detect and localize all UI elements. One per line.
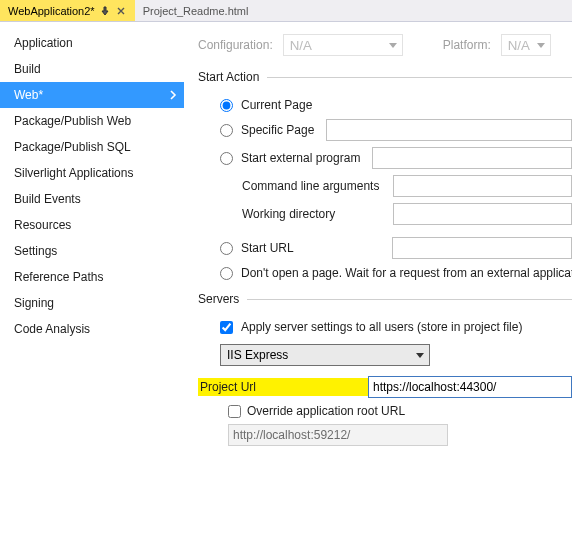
label-apply-all: Apply server settings to all users (stor…	[241, 320, 522, 334]
platform-select[interactable]: N/A	[501, 34, 551, 56]
property-pages-sidebar: Application Build Web* Package/Publish W…	[0, 22, 184, 533]
label-cmd-args: Command line arguments	[242, 179, 385, 193]
sidebar-item-signing[interactable]: Signing	[0, 290, 184, 316]
sidebar-item-application[interactable]: Application	[0, 30, 184, 56]
input-start-external[interactable]	[372, 147, 572, 169]
label-specific-page: Specific Page	[241, 123, 314, 137]
label-working-dir: Working directory	[242, 207, 385, 221]
configuration-row: Configuration: N/A Platform: N/A	[198, 34, 572, 56]
sidebar-item-build[interactable]: Build	[0, 56, 184, 82]
tab-label: Project_Readme.html	[143, 5, 249, 17]
label-start-url: Start URL	[241, 241, 294, 255]
platform-label: Platform:	[443, 38, 491, 52]
sidebar-item-settings[interactable]: Settings	[0, 238, 184, 264]
checkbox-override-root[interactable]	[228, 405, 241, 418]
server-select[interactable]: IIS Express	[220, 344, 430, 366]
label-dont-open: Don't open a page. Wait for a request fr…	[241, 266, 572, 280]
input-working-dir[interactable]	[393, 203, 572, 225]
web-properties-panel: Configuration: N/A Platform: N/A Start A…	[184, 22, 572, 533]
input-specific-page[interactable]	[326, 119, 572, 141]
section-servers: Servers	[198, 292, 572, 306]
chevron-right-icon	[166, 86, 180, 104]
sidebar-item-silverlight[interactable]: Silverlight Applications	[0, 160, 184, 186]
label-override-root: Override application root URL	[247, 404, 405, 418]
label-start-external: Start external program	[241, 151, 360, 165]
tab-webapplication2[interactable]: WebApplication2*	[0, 0, 135, 21]
configuration-label: Configuration:	[198, 38, 273, 52]
sidebar-item-resources[interactable]: Resources	[0, 212, 184, 238]
sidebar-item-code-analysis[interactable]: Code Analysis	[0, 316, 184, 342]
sidebar-item-label: Web*	[14, 86, 43, 104]
input-root-url[interactable]	[228, 424, 448, 446]
document-tabs: WebApplication2* Project_Readme.html	[0, 0, 572, 22]
sidebar-item-package-publish-sql[interactable]: Package/Publish SQL	[0, 134, 184, 160]
close-icon[interactable]	[115, 6, 127, 16]
tab-label: WebApplication2*	[8, 5, 95, 17]
radio-current-page[interactable]	[220, 99, 233, 112]
section-title: Servers	[198, 292, 239, 306]
label-current-page: Current Page	[241, 98, 312, 112]
sidebar-item-reference-paths[interactable]: Reference Paths	[0, 264, 184, 290]
input-project-url[interactable]	[368, 376, 572, 398]
section-start-action: Start Action	[198, 70, 572, 84]
sidebar-item-package-publish-web[interactable]: Package/Publish Web	[0, 108, 184, 134]
radio-start-external[interactable]	[220, 152, 233, 165]
tab-project-readme[interactable]: Project_Readme.html	[135, 0, 257, 21]
radio-specific-page[interactable]	[220, 124, 233, 137]
sidebar-item-web[interactable]: Web*	[0, 82, 184, 108]
pin-icon[interactable]	[99, 6, 111, 16]
radio-start-url[interactable]	[220, 242, 233, 255]
section-title: Start Action	[198, 70, 259, 84]
configuration-select[interactable]: N/A	[283, 34, 403, 56]
input-cmd-args[interactable]	[393, 175, 572, 197]
section-divider	[267, 77, 572, 78]
radio-dont-open[interactable]	[220, 267, 233, 280]
section-divider	[247, 299, 572, 300]
label-project-url: Project Url	[198, 378, 368, 396]
sidebar-item-build-events[interactable]: Build Events	[0, 186, 184, 212]
checkbox-apply-all[interactable]	[220, 321, 233, 334]
input-start-url[interactable]	[392, 237, 572, 259]
